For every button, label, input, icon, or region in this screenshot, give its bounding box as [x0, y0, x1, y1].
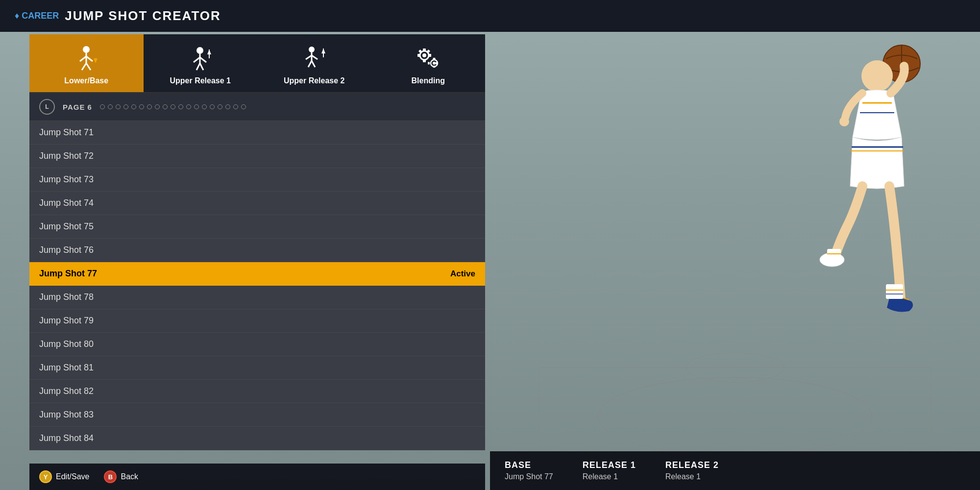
- svg-point-45: [861, 60, 893, 92]
- info-release2-value: Release 1: [665, 472, 719, 481]
- svg-line-23: [306, 55, 312, 59]
- active-badge-7: Active: [450, 269, 475, 279]
- page-dot-2: [108, 104, 113, 109]
- page-dot-19: [241, 104, 246, 109]
- list-item-11[interactable]: Jump Shot 81: [29, 356, 485, 380]
- svg-point-6: [83, 46, 90, 53]
- page-dot-3: [116, 104, 121, 109]
- b-button-icon: B: [104, 470, 117, 483]
- info-base: BASE Jump Shot 77: [505, 460, 553, 481]
- back-button[interactable]: B Back: [104, 470, 138, 483]
- tab-lower-base-label: Lower/Base: [64, 76, 108, 85]
- svg-line-18: [200, 63, 203, 70]
- info-panel: BASE Jump Shot 77 RELEASE 1 Release 1 RE…: [490, 451, 980, 490]
- info-base-label: BASE: [505, 460, 553, 470]
- list-item-label-4: Jump Shot 74: [39, 198, 94, 208]
- svg-line-11: [86, 63, 91, 70]
- info-release1: RELEASE 1 Release 1: [583, 460, 636, 481]
- list-item-9[interactable]: Jump Shot 79: [29, 309, 485, 333]
- list-item-3[interactable]: Jump Shot 73: [29, 168, 485, 192]
- list-item-10[interactable]: Jump Shot 80: [29, 333, 485, 356]
- list-item-5[interactable]: Jump Shot 75: [29, 215, 485, 239]
- info-release2-label: RELEASE 2: [665, 460, 719, 470]
- svg-line-24: [312, 55, 318, 59]
- page-dot-14: [202, 104, 207, 109]
- upper-release-2-icon: [299, 43, 329, 73]
- page-dot-12: [186, 104, 191, 109]
- edit-save-button[interactable]: Y Edit/Save: [39, 470, 89, 483]
- upper-release-1-icon: [186, 43, 215, 73]
- page-dot-8: [155, 104, 160, 109]
- svg-point-46: [839, 117, 849, 126]
- info-release1-label: RELEASE 1: [583, 460, 636, 470]
- list-item-label-14: Jump Shot 84: [39, 433, 94, 443]
- page-dot-7: [147, 104, 152, 109]
- svg-line-15: [194, 57, 200, 62]
- career-label: ♦ CAREER: [15, 11, 59, 21]
- list-item-label-10: Jump Shot 80: [39, 339, 94, 349]
- page-dot-10: [171, 104, 175, 109]
- blending-icon: [414, 43, 443, 73]
- page-btn-symbol: L: [45, 103, 49, 110]
- list-item-label-13: Jump Shot 83: [39, 410, 94, 420]
- svg-point-13: [196, 47, 203, 54]
- bottom-bar: Y Edit/Save B Back: [29, 464, 485, 490]
- page-indicator: L PAGE 6: [29, 93, 485, 121]
- back-label: Back: [121, 472, 138, 481]
- tab-upper-release-1[interactable]: Upper Release 1: [144, 34, 258, 92]
- list-item-12[interactable]: Jump Shot 82: [29, 380, 485, 403]
- svg-rect-41: [428, 62, 430, 64]
- svg-line-8: [80, 56, 86, 61]
- svg-rect-53: [827, 249, 841, 262]
- tabs-container: Lower/Base Upper Release 1: [29, 34, 485, 93]
- player-area: [490, 29, 980, 456]
- svg-rect-42: [436, 62, 438, 64]
- page-dot-1: [100, 104, 105, 109]
- tab-blending[interactable]: Blending: [371, 34, 486, 92]
- svg-point-38: [433, 62, 436, 65]
- header-bar: ♦ CAREER JUMP SHOT CREATOR: [0, 0, 980, 32]
- list-item-label-12: Jump Shot 82: [39, 386, 94, 396]
- svg-line-10: [82, 63, 86, 70]
- tab-lower-base[interactable]: Lower/Base: [29, 34, 144, 92]
- svg-rect-34: [429, 54, 431, 57]
- svg-rect-40: [433, 66, 435, 68]
- svg-line-16: [200, 57, 206, 62]
- page-btn[interactable]: L: [39, 99, 55, 115]
- svg-line-26: [312, 61, 315, 67]
- list-item-7[interactable]: Jump Shot 77Active: [29, 262, 485, 286]
- list-item-2[interactable]: Jump Shot 72: [29, 145, 485, 168]
- svg-line-17: [196, 63, 200, 70]
- info-base-value: Jump Shot 77: [505, 472, 553, 481]
- page-label: PAGE 6: [63, 103, 92, 111]
- tab-upper-release-2-label: Upper Release 2: [284, 76, 345, 85]
- tab-blending-label: Blending: [412, 76, 445, 85]
- player-figure: [764, 29, 951, 363]
- svg-rect-31: [423, 49, 426, 51]
- jump-shot-list: Jump Shot 71Jump Shot 72Jump Shot 73Jump…: [29, 121, 485, 450]
- page-dot-6: [139, 104, 144, 109]
- list-item-8[interactable]: Jump Shot 78: [29, 286, 485, 309]
- svg-marker-12: [94, 58, 98, 63]
- list-item-label-6: Jump Shot 76: [39, 245, 94, 255]
- list-item-label-11: Jump Shot 81: [39, 363, 94, 373]
- list-item-6[interactable]: Jump Shot 76: [29, 239, 485, 262]
- page-dot-9: [163, 104, 168, 109]
- list-item-label-5: Jump Shot 75: [39, 221, 94, 232]
- list-item-4[interactable]: Jump Shot 74: [29, 192, 485, 215]
- list-item-13[interactable]: Jump Shot 83: [29, 403, 485, 427]
- list-item-label-7: Jump Shot 77: [39, 269, 97, 279]
- list-item-14[interactable]: Jump Shot 84: [29, 427, 485, 450]
- svg-rect-33: [417, 54, 420, 57]
- svg-rect-32: [423, 60, 426, 62]
- page-dot-17: [225, 104, 230, 109]
- tab-upper-release-1-label: Upper Release 1: [170, 76, 231, 85]
- list-item-1[interactable]: Jump Shot 71: [29, 121, 485, 145]
- list-item-label-2: Jump Shot 72: [39, 151, 94, 161]
- page-title: JUMP SHOT CREATOR: [65, 8, 221, 24]
- main-panel: Lower/Base Upper Release 1: [29, 34, 485, 450]
- list-item-label-8: Jump Shot 78: [39, 292, 94, 302]
- page-dot-13: [194, 104, 199, 109]
- info-release1-value: Release 1: [583, 472, 636, 481]
- tab-upper-release-2[interactable]: Upper Release 2: [257, 34, 371, 92]
